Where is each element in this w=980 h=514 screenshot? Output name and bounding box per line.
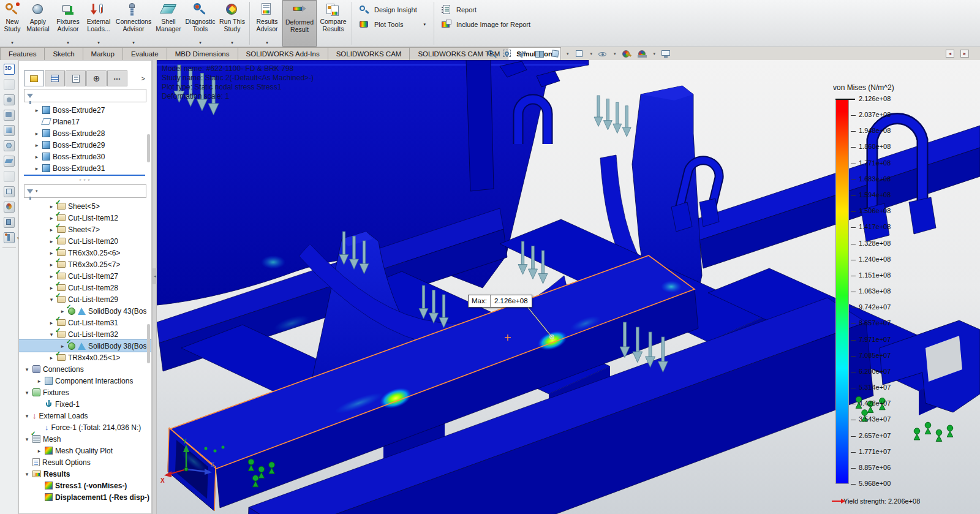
tree-item-displacement1[interactable]: Displacement1 (-Res disp-) — [19, 491, 151, 503]
tree-item-cutlist31[interactable]: ▸Cut-List-Item31 — [19, 317, 151, 328]
dropdown-icon[interactable]: ▾ — [132, 40, 135, 47]
panel-tab-configurationmanager[interactable] — [66, 70, 86, 86]
sidebar-tool-icon-3[interactable] — [3, 94, 15, 106]
expand-icon[interactable]: ▸ — [48, 250, 55, 256]
tree-item-mesh-quality-plot[interactable]: ▸Mesh Quality Plot — [19, 445, 151, 456]
results-advisor-button[interactable]: Results Advisor ▾ — [252, 0, 282, 47]
sidebar-tool-icon-7[interactable] — [3, 155, 15, 167]
tree-item-cutlist28[interactable]: ▸Cut-List-Item28 — [19, 282, 151, 293]
display-style-icon[interactable] — [575, 50, 585, 59]
tab-solidworks-cam[interactable]: SOLIDWORKS CAM — [328, 47, 410, 60]
sidebar-tool-icon-12[interactable]: ▾ — [3, 232, 15, 244]
tab-evaluate[interactable]: Evaluate — [123, 47, 167, 60]
tree-item-sheet5[interactable]: ▸Sheet<5> — [19, 200, 151, 212]
sidebar-tool-icon-8[interactable] — [3, 170, 15, 183]
expand-icon[interactable]: ▸ — [59, 343, 66, 349]
panel-tab-propertymanager[interactable] — [45, 70, 65, 86]
view-orientation-icon[interactable] — [551, 50, 561, 59]
tree-item-stress1[interactable]: Stress1 (-vonMises-) — [19, 480, 151, 491]
expand-icon[interactable]: ▸ — [48, 215, 55, 221]
tree-item-cutlist29[interactable]: ▾Cut-List-Item29 — [19, 293, 151, 305]
3d-drawing-views-icon[interactable]: 3D — [3, 63, 15, 75]
new-study-button[interactable]: New Study ▾ — [1, 0, 23, 47]
tree-item-result-options[interactable]: Result Options — [19, 456, 151, 468]
tree-item-fixtures[interactable]: ▾Fixtures — [19, 387, 151, 398]
external-loads-button[interactable]: External Loads... ▾ — [83, 0, 114, 47]
report-button[interactable]: Report — [441, 5, 530, 15]
expand-icon[interactable]: ▸ — [48, 355, 55, 361]
previous-view-icon[interactable] — [519, 50, 529, 59]
tree-item-tr8x4[interactable]: ▸TR8x4x0.25<1> — [19, 352, 151, 363]
tree-item-solidbody43[interactable]: ▸SolidBody 43(Bos — [19, 305, 151, 317]
expand-icon[interactable]: ▸ — [34, 107, 40, 113]
tree-item-cutlist27[interactable]: ▸Cut-List-Item27 — [19, 270, 151, 282]
sidebar-tool-icon-6[interactable] — [3, 140, 15, 152]
expand-icon[interactable]: ▾ — [24, 471, 30, 477]
dropdown-icon[interactable]: ▾ — [654, 51, 656, 56]
run-this-study-button[interactable]: Run This Study ▾ — [217, 0, 247, 47]
expand-icon[interactable]: ▸ — [34, 154, 40, 160]
apply-scene-icon[interactable] — [638, 50, 648, 59]
expand-icon[interactable]: ▸ — [48, 227, 55, 233]
expand-icon[interactable]: ▸ — [48, 262, 55, 268]
compare-results-button[interactable]: Compare Results — [317, 0, 350, 47]
tree-item-boss-extrude27[interactable]: ▸Boss-Extrude27 — [19, 104, 151, 116]
dropdown-icon[interactable]: ▾ — [231, 40, 233, 47]
sidebar-tool-icon-2[interactable] — [3, 78, 15, 91]
apply-material-button[interactable]: Apply Material — [23, 0, 53, 47]
dropdown-icon[interactable]: ▾ — [567, 51, 569, 56]
tree-item-results[interactable]: ▾Results — [19, 468, 151, 480]
panel-tab-more[interactable]: ••• — [107, 70, 127, 86]
view-settings-icon[interactable] — [661, 50, 671, 59]
max-stress-callout[interactable]: Max: 2.126e+08 — [468, 295, 532, 308]
tree-item-boss-extrude28[interactable]: ▸Boss-Extrude28 — [19, 127, 151, 139]
dropdown-icon[interactable]: ▾ — [97, 40, 100, 47]
tree-item-tr6x3-6[interactable]: ▸TR6x3x0.25<6> — [19, 247, 151, 259]
sidebar-tool-icon-5[interactable] — [3, 124, 15, 137]
tree-item-boss-extrude29[interactable]: ▸Boss-Extrude29 — [19, 139, 151, 151]
design-insight-button[interactable]: Design Insight — [359, 5, 426, 15]
expand-icon[interactable]: ▸ — [34, 142, 40, 148]
sidebar-tool-icon-9[interactable] — [3, 186, 15, 198]
panel-scrollbar-thumb[interactable] — [147, 134, 150, 162]
tree-item-fixed-1[interactable]: Fixed-1 — [19, 398, 151, 410]
expand-icon[interactable]: ▸ — [36, 448, 42, 454]
section-view-icon[interactable] — [535, 50, 545, 59]
expand-icon[interactable]: ▾ — [24, 413, 30, 419]
expand-icon[interactable]: ▾ — [48, 331, 55, 338]
tree-item-tr6x3-7[interactable]: ▸TR6x3x0.25<7> — [19, 259, 151, 270]
expand-icon[interactable]: ▸ — [48, 285, 55, 291]
tab-features[interactable]: Features — [0, 47, 45, 60]
panel-expand-chevron[interactable]: > — [139, 75, 148, 82]
dropdown-icon[interactable]: ▾ — [266, 40, 268, 47]
dropdown-icon[interactable]: ▾ — [614, 51, 616, 56]
tree-item-sheet7[interactable]: ▸Sheet<7> — [19, 224, 151, 235]
expand-icon[interactable]: ▾ — [48, 297, 55, 303]
sidebar-tool-icon-4[interactable] — [3, 109, 15, 121]
panel-viewport-splitter[interactable]: ◄ — [152, 60, 157, 514]
simulation-tree-filter[interactable]: ▾ — [24, 184, 146, 198]
expand-icon[interactable]: ▾ — [24, 390, 30, 396]
expand-icon[interactable]: ▸ — [48, 238, 55, 244]
dropdown-icon[interactable]: ▾ — [67, 40, 69, 47]
dropdown-icon[interactable]: ▾ — [590, 51, 593, 56]
expand-icon[interactable]: ▸ — [34, 130, 40, 137]
dropdown-icon[interactable]: ▾ — [11, 40, 13, 47]
tab-scroll-right-button[interactable]: ► — [960, 50, 969, 58]
tree-item-solidbody38-selected[interactable]: ▸SolidBody 38(Bos — [19, 340, 151, 352]
graphics-viewport[interactable]: X Y Z Model name: #622-1100- FD & BRK 79… — [157, 60, 980, 514]
tab-solidworks-add-ins[interactable]: SOLIDWORKS Add-Ins — [238, 47, 328, 60]
dropdown-icon[interactable]: ▾ — [199, 40, 202, 47]
expand-icon[interactable]: ▾ — [24, 436, 30, 442]
diagnostic-tools-button[interactable]: Diagnostic Tools ▾ — [184, 0, 217, 47]
hide-show-items-icon[interactable] — [598, 50, 608, 59]
tree-item-cutlist32[interactable]: ▾Cut-List-Item32 — [19, 328, 151, 340]
sidebar-tool-icon-10[interactable] — [3, 201, 15, 213]
tree-item-cutlist20[interactable]: ▸Cut-List-Item20 — [19, 235, 151, 247]
shell-manager-button[interactable]: Shell Manager — [153, 0, 184, 47]
tab-sketch[interactable]: Sketch — [45, 47, 83, 60]
tree-item-boss-extrude31[interactable]: ▸Boss-Extrude31 — [19, 162, 151, 174]
expand-icon[interactable]: ▸ — [59, 308, 66, 314]
expand-icon[interactable]: ▸ — [48, 320, 55, 326]
panel-tab-dimxpertmanager[interactable]: ⊕ — [86, 70, 107, 86]
